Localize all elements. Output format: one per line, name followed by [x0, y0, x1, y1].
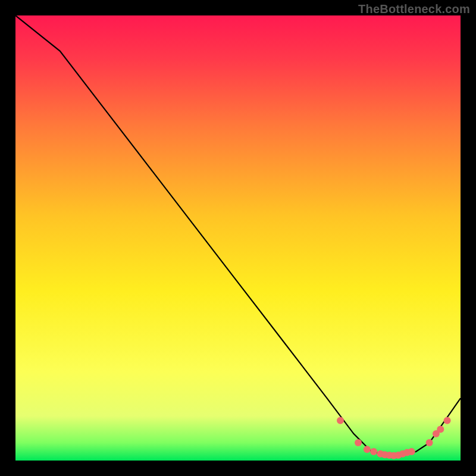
watermark-text: TheBottleneck.com	[358, 2, 470, 16]
marker-dot	[337, 417, 344, 424]
chart-container: TheBottleneck.com	[0, 0, 476, 476]
plot-area	[15, 15, 461, 461]
gradient-background	[15, 15, 461, 461]
marker-dot	[408, 448, 415, 455]
marker-dot	[355, 439, 362, 446]
marker-dot	[444, 417, 451, 424]
marker-dot	[426, 439, 433, 446]
marker-dot	[364, 446, 371, 453]
chart-svg	[15, 15, 461, 461]
marker-dot	[370, 448, 377, 455]
marker-dot	[437, 426, 444, 433]
